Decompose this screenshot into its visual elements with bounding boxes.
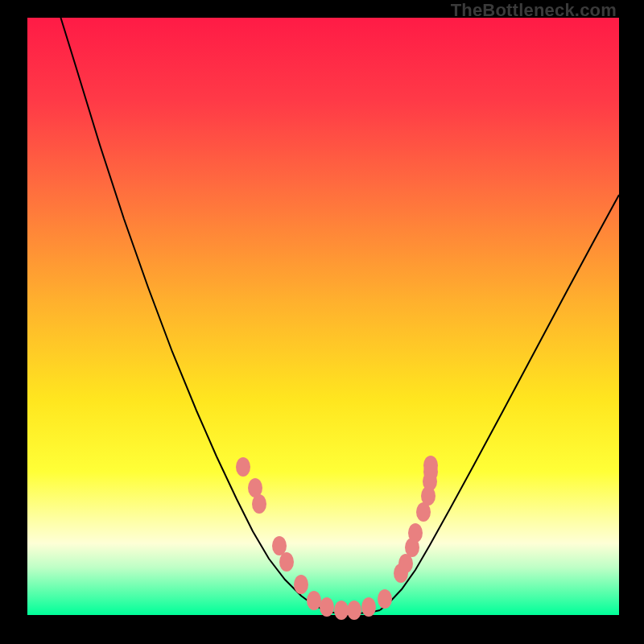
bottleneck-curve [27, 18, 619, 615]
curve-marker-dot [236, 457, 250, 477]
curve-marker-dot [307, 591, 321, 610]
curve-marker-dot [347, 601, 361, 620]
curve-marker-dot [423, 456, 438, 475]
curve-markers-group [236, 456, 438, 620]
curve-marker-dot [279, 552, 294, 572]
curve-marker-dot [361, 597, 376, 617]
curve-marker-dot [320, 597, 334, 617]
curve-marker-dot [294, 575, 308, 594]
watermark-text: TheBottleneck.com [451, 0, 617, 21]
curve-left-branch [59, 11, 325, 610]
curve-marker-dot [252, 494, 266, 514]
curve-marker-dot [272, 536, 287, 555]
curve-marker-dot [334, 601, 349, 620]
curve-marker-dot [378, 589, 392, 609]
chart-gradient-frame [27, 18, 619, 615]
curve-marker-dot [408, 523, 423, 543]
